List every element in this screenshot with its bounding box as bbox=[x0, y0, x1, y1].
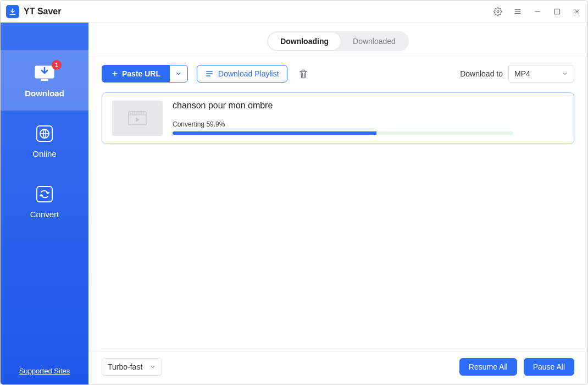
menu-button[interactable] bbox=[513, 7, 523, 16]
footer: Turbo-fast Resume All Pause All bbox=[88, 351, 587, 384]
speed-selected: Turbo-fast bbox=[108, 362, 142, 371]
close-button[interactable] bbox=[572, 7, 582, 16]
svg-rect-6 bbox=[37, 186, 52, 202]
download-arrow-icon bbox=[9, 8, 16, 15]
download-item[interactable]: chanson pour mon ombre Converting 59.9% bbox=[102, 92, 574, 144]
video-placeholder-icon bbox=[128, 111, 147, 125]
maximize-button[interactable] bbox=[552, 7, 562, 16]
sidebar-label-online: Online bbox=[32, 149, 56, 158]
svg-rect-3 bbox=[41, 79, 48, 81]
sidebar-item-convert[interactable]: Convert bbox=[1, 171, 88, 232]
globe-icon bbox=[35, 124, 54, 143]
minimize-icon bbox=[533, 7, 542, 16]
paste-url-group: Paste URL bbox=[102, 65, 188, 82]
download-list: chanson pour mon ombre Converting 59.9% bbox=[88, 87, 587, 351]
download-playlist-label: Download Playlist bbox=[218, 69, 279, 78]
download-playlist-button[interactable]: Download Playlist bbox=[197, 65, 287, 82]
chevron-down-icon bbox=[149, 364, 156, 370]
download-to-group: Download to MP4 bbox=[460, 65, 574, 82]
toolbar: Paste URL Download Playlist Download to … bbox=[88, 57, 587, 87]
gear-icon bbox=[493, 7, 502, 16]
paste-url-button[interactable]: Paste URL bbox=[102, 65, 169, 82]
tab-downloaded[interactable]: Downloaded bbox=[341, 32, 408, 50]
svg-rect-1 bbox=[554, 9, 559, 14]
download-item-title: chanson pour mon ombre bbox=[173, 101, 564, 111]
maximize-icon bbox=[553, 7, 562, 16]
trash-icon bbox=[298, 68, 309, 79]
progress-fill bbox=[173, 131, 376, 135]
progress-bar bbox=[173, 131, 513, 135]
video-thumbnail bbox=[112, 101, 163, 136]
resume-all-button[interactable]: Resume All bbox=[459, 358, 517, 376]
svg-point-0 bbox=[497, 10, 499, 13]
close-icon bbox=[573, 7, 581, 16]
chevron-down-icon bbox=[175, 70, 182, 77]
sidebar-label-convert: Convert bbox=[30, 210, 59, 219]
convert-icon bbox=[35, 185, 54, 204]
sidebar-item-download[interactable]: 1 Download bbox=[1, 50, 88, 111]
download-to-label: Download to bbox=[460, 69, 503, 78]
content: Downloading Downloaded Paste URL Downloa… bbox=[88, 23, 587, 384]
settings-button[interactable] bbox=[493, 7, 503, 16]
supported-sites-link-wrap: Supported Sites bbox=[1, 357, 88, 384]
sidebar: 1 Download Online bbox=[1, 23, 88, 384]
app-logo bbox=[6, 5, 19, 18]
tab-segment: Downloading Downloaded bbox=[267, 31, 409, 51]
format-selected: MP4 bbox=[514, 69, 530, 78]
download-badge: 1 bbox=[52, 60, 62, 70]
tabs-row: Downloading Downloaded bbox=[88, 23, 587, 57]
playlist-icon bbox=[205, 69, 214, 78]
window-controls bbox=[493, 7, 582, 16]
format-select[interactable]: MP4 bbox=[508, 65, 574, 82]
paste-url-label: Paste URL bbox=[122, 69, 160, 78]
sidebar-item-online[interactable]: Online bbox=[1, 111, 88, 171]
minimize-button[interactable] bbox=[532, 7, 542, 16]
download-item-status: Converting 59.9% bbox=[173, 120, 564, 128]
clear-list-button[interactable] bbox=[296, 67, 310, 81]
speed-select[interactable]: Turbo-fast bbox=[102, 358, 162, 376]
titlebar: YT Saver bbox=[1, 1, 587, 23]
supported-sites-link[interactable]: Supported Sites bbox=[19, 367, 70, 375]
plus-icon bbox=[111, 70, 119, 78]
hamburger-icon bbox=[513, 7, 522, 16]
paste-url-dropdown[interactable] bbox=[169, 65, 188, 82]
tab-downloading[interactable]: Downloading bbox=[268, 32, 341, 50]
pause-all-button[interactable]: Pause All bbox=[524, 358, 574, 376]
app-title: YT Saver bbox=[24, 7, 61, 16]
sidebar-label-download: Download bbox=[25, 89, 64, 98]
chevron-down-icon bbox=[562, 70, 568, 77]
